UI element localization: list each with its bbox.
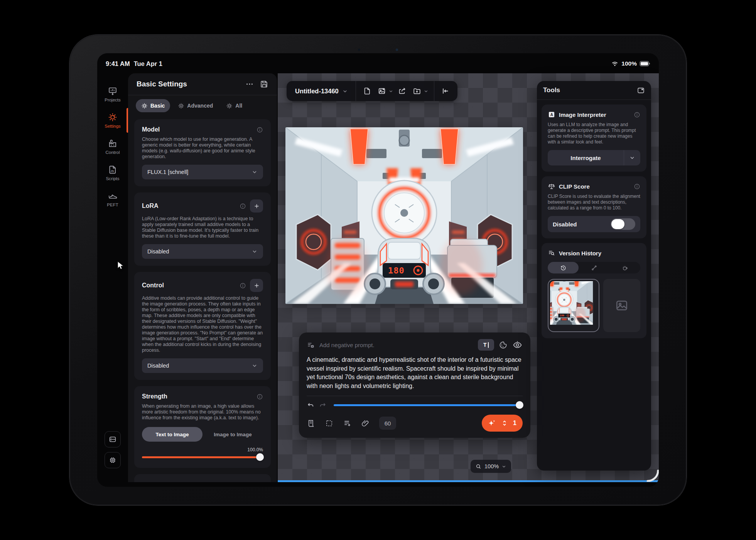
coffee-cup-icon (622, 265, 628, 271)
sidebar-item-settings[interactable]: Settings (97, 110, 128, 131)
sidebar-item-label: Scripts (106, 176, 119, 181)
undo-button[interactable] (307, 401, 315, 409)
panel-toggle-icon (637, 86, 645, 94)
mode-image-to-image[interactable]: Image to Image (202, 427, 263, 442)
version-history-icon (548, 249, 555, 257)
prompt-history-button[interactable] (307, 419, 316, 428)
image-import-menu-chevron[interactable] (388, 89, 393, 94)
redo-button[interactable] (319, 401, 327, 409)
new-document-button[interactable] (361, 84, 374, 98)
lora-description: LoRA (Low-order Rank Adaptation) is a te… (142, 216, 263, 239)
device-compute-button[interactable] (105, 452, 121, 468)
strength-value: 100.0% (142, 447, 263, 452)
strength-slider[interactable] (142, 453, 263, 461)
negative-prompt-input[interactable]: Add negative prompt. (319, 342, 473, 348)
image-interpreter-title: Image Interpreter (559, 111, 630, 118)
text-token-button[interactable]: T (478, 339, 494, 351)
lora-info-button[interactable] (240, 203, 246, 209)
more-options-button[interactable] (245, 80, 254, 88)
zoom-level: 100% (484, 463, 499, 469)
save-menu-chevron[interactable] (424, 89, 429, 94)
save-settings-button[interactable] (260, 80, 268, 88)
sidebar-item-projects[interactable]: Projects (97, 83, 128, 105)
zoom-control[interactable]: 100% (471, 460, 511, 473)
image-interpreter-info-button[interactable] (634, 111, 640, 118)
toggle-tools-panel-button[interactable] (637, 86, 645, 94)
document-title-menu[interactable]: Untitled-13460 (292, 88, 351, 95)
version-thumbnail-selected[interactable] (548, 279, 599, 332)
corner-arc-decoration (645, 469, 659, 482)
share-button[interactable] (396, 84, 409, 98)
strength-description: When generating from an image, a high va… (142, 403, 263, 421)
interrogate-button[interactable]: Interrogate (548, 150, 624, 165)
attach-button[interactable] (361, 419, 370, 428)
generated-image[interactable] (285, 127, 523, 304)
branches-tab[interactable] (579, 262, 609, 273)
scripts-js-file-icon (108, 165, 118, 175)
sidebar-item-control[interactable]: Control (97, 136, 128, 157)
clip-score-toggle-row: Disabled (548, 216, 640, 232)
guidance-slider-thumb[interactable] (516, 401, 523, 409)
tab-basic[interactable]: Basic (136, 99, 170, 112)
save-to-files-button[interactable] (410, 84, 424, 98)
machine-settings-button[interactable] (105, 431, 121, 447)
coffee-tab[interactable] (609, 262, 640, 273)
settings-scroll-area[interactable]: Model Choose which model to use for imag… (128, 118, 277, 482)
add-control-button[interactable] (250, 279, 263, 292)
chevron-down-icon (251, 363, 258, 369)
model-info-button[interactable] (256, 127, 263, 133)
steps-value-field[interactable]: 60 (379, 417, 396, 430)
lora-dropdown[interactable]: Disabled (142, 244, 263, 259)
sun-icon (178, 103, 184, 109)
basic-settings-panel: Basic Settings Basic (128, 73, 277, 482)
peft-sneaker-icon (108, 191, 118, 201)
vision-preview-button[interactable] (512, 340, 523, 350)
sidebar-rail: Projects Settings Control Scripts (97, 73, 128, 482)
clip-score-toggle[interactable] (611, 218, 635, 230)
history-tab[interactable] (548, 262, 579, 273)
style-palette-button[interactable] (499, 341, 508, 349)
wifi-icon (611, 60, 619, 68)
ipad-device-frame: 9:41 AM Tue Apr 1 100% Projects (69, 35, 687, 505)
tab-label: Basic (150, 103, 165, 109)
model-title: Model (142, 126, 253, 133)
interrogate-menu-button[interactable] (624, 150, 640, 165)
tab-all[interactable]: All (221, 99, 248, 112)
control-dropdown[interactable]: Disabled (142, 358, 263, 373)
clip-score-info-button[interactable] (634, 183, 640, 190)
tools-title: Tools (543, 86, 637, 94)
sidebar-item-label: Settings (105, 124, 121, 128)
screenshot-root: 9:41 AM Tue Apr 1 100% Projects (0, 0, 756, 540)
strength-slider-thumb[interactable] (256, 453, 264, 461)
version-thumbnail-empty[interactable] (603, 279, 640, 332)
info-icon (240, 282, 246, 289)
strength-slider-fill (142, 456, 263, 458)
canvas-selection-button[interactable] (325, 419, 334, 428)
sidebar-item-label: Projects (105, 98, 121, 102)
model-dropdown[interactable]: FLUX.1 [schnell] (142, 165, 263, 179)
version-history-expand-button[interactable] (587, 250, 592, 256)
collapse-panel-button[interactable] (439, 84, 452, 98)
strength-title: Strength (142, 393, 253, 400)
sidebar-item-scripts[interactable]: Scripts (97, 162, 128, 184)
add-to-queue-button[interactable] (343, 419, 352, 428)
tab-advanced[interactable]: Advanced (172, 99, 218, 112)
add-lora-button[interactable] (250, 199, 263, 213)
guidance-slider[interactable] (334, 401, 523, 409)
batch-stepper-icon[interactable] (501, 419, 508, 427)
status-bar: 9:41 AM Tue Apr 1 100% (97, 59, 659, 69)
sidebar-item-peft[interactable]: PEFT (97, 188, 128, 210)
strength-info-button[interactable] (256, 393, 263, 400)
control-info-button[interactable] (240, 282, 246, 289)
ocr-a-icon (548, 111, 555, 118)
import-image-button[interactable] (375, 84, 388, 98)
receipt-icon (307, 419, 316, 428)
prompt-text-input[interactable]: A cinematic, dramatic and hyperrealistic… (307, 356, 523, 390)
toolbar-divider (356, 81, 356, 101)
model-description: Choose which model to use for image gene… (142, 137, 263, 160)
sun-icon (226, 103, 233, 109)
list-add-icon (343, 419, 352, 428)
generate-button[interactable]: 1 (482, 415, 523, 432)
divider (307, 396, 523, 396)
mode-text-to-image[interactable]: Text to Image (142, 427, 202, 442)
